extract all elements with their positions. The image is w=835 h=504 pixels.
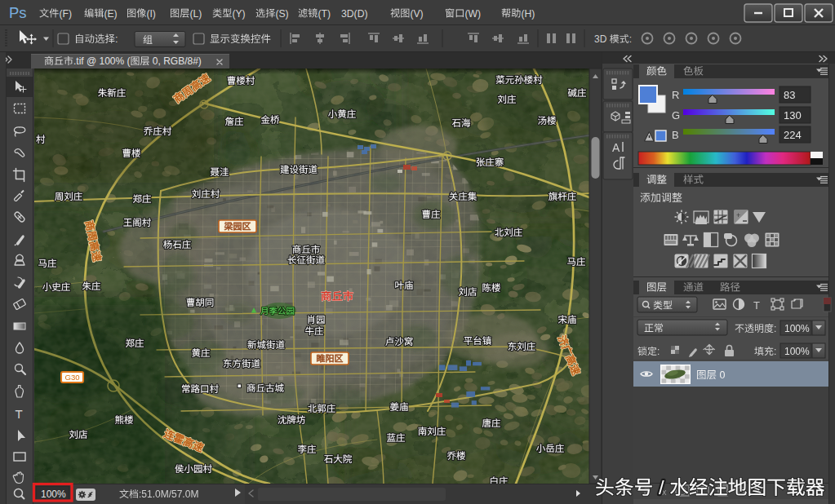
- svg-text:83: 83: [784, 89, 795, 101]
- svg-text:A: A: [612, 141, 620, 154]
- svg-text:3D(D): 3D(D): [341, 8, 368, 20]
- svg-text:.tif @ 100% (: .tif @ 100% (: [73, 55, 131, 67]
- svg-text:3D: 3D: [594, 33, 610, 45]
- svg-text:100%: 100%: [41, 489, 66, 500]
- svg-text::: :: [657, 346, 660, 357]
- svg-text:(L): (L): [189, 8, 202, 20]
- svg-text:(S): (S): [275, 8, 288, 20]
- svg-text::51.0M/57.0M: :51.0M/57.0M: [139, 489, 198, 500]
- svg-text:(T): (T): [318, 8, 331, 20]
- svg-text::: :: [774, 346, 776, 357]
- svg-text:G: G: [672, 109, 680, 122]
- svg-text:(H): (H): [521, 8, 535, 20]
- svg-text:(W): (W): [464, 8, 481, 20]
- svg-text:R: R: [672, 89, 679, 101]
- svg-text::: :: [115, 33, 118, 45]
- svg-text:T: T: [753, 299, 760, 312]
- svg-text:0, RGB/8#): 0, RGB/8#): [150, 55, 202, 67]
- svg-text:(Y): (Y): [232, 8, 245, 20]
- svg-text:(E): (E): [104, 8, 117, 20]
- svg-text::: :: [774, 323, 776, 334]
- svg-text:+: +: [736, 211, 740, 219]
- svg-text:130: 130: [784, 109, 802, 122]
- svg-text:(I): (I): [146, 8, 156, 20]
- svg-text:(V): (V): [410, 8, 423, 20]
- svg-text:0: 0: [717, 369, 725, 381]
- svg-text:100%: 100%: [784, 346, 810, 357]
- svg-text::: :: [629, 33, 632, 45]
- svg-text:T: T: [16, 407, 23, 421]
- svg-text:Ps: Ps: [9, 4, 27, 21]
- svg-text:B: B: [672, 129, 679, 141]
- svg-text:/: /: [653, 476, 669, 498]
- svg-text:224: 224: [784, 129, 802, 141]
- svg-text:100%: 100%: [784, 323, 810, 334]
- svg-text:(F): (F): [59, 8, 72, 20]
- svg-text:G30: G30: [65, 373, 80, 382]
